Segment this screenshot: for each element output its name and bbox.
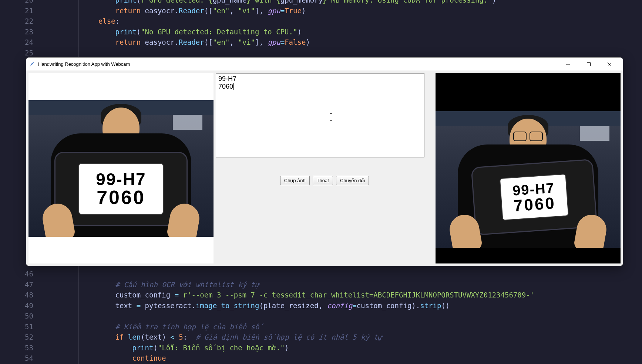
line-number: 50 xyxy=(25,311,33,322)
line-number: 46 xyxy=(25,269,33,279)
line-number: 20 xyxy=(25,0,33,6)
code-line[interactable]: # Kiểm tra tính hợp lệ của biển số xyxy=(81,322,259,332)
line-number: 52 xyxy=(25,332,33,343)
app-window: Handwriting Recognition App with Webcam xyxy=(26,57,623,266)
minimize-button[interactable] xyxy=(558,58,578,71)
code-line[interactable]: custom_config = r'--oem 3 --psm 7 -c tes… xyxy=(81,290,534,300)
button-row: Chụp ảnh Thoát Chuyển đổi xyxy=(216,161,433,185)
code-line[interactable]: return easyocr.Reader(["en", "vi"], gpu=… xyxy=(81,6,306,16)
window-title: Handwriting Recognition App with Webcam xyxy=(38,61,558,67)
live-webcam-panel: 99-H7 7060 xyxy=(436,73,621,263)
exit-button[interactable]: Thoát xyxy=(313,176,333,185)
feather-icon xyxy=(29,61,35,67)
line-number: 49 xyxy=(25,300,33,311)
line-number: 47 xyxy=(25,279,33,290)
code-line[interactable]: print("No GPU detected: Defaulting to CP… xyxy=(81,27,302,37)
center-panel: 99-H7 7060 Chụp ảnh Thoát Chuyển đổi xyxy=(216,73,433,263)
line-number: 51 xyxy=(25,322,33,332)
svg-rect-1 xyxy=(587,62,591,66)
app-body: 99-H7 7060 99-H7 7060 Chụp ảnh Thoát Chu… xyxy=(26,71,623,266)
live-frame: 99-H7 7060 xyxy=(436,111,621,248)
line-number: 48 xyxy=(25,290,33,300)
captured-frame: 99-H7 7060 xyxy=(28,100,214,237)
code-line[interactable]: return easyocr.Reader(["en", "vi"], gpu=… xyxy=(81,37,310,48)
capture-button[interactable]: Chụp ảnh xyxy=(280,176,310,185)
line-number: 54 xyxy=(25,353,33,364)
line-number: 22 xyxy=(25,16,33,27)
license-plate: 99-H7 7060 xyxy=(78,163,164,215)
line-number: 25 xyxy=(25,48,33,58)
ibeam-cursor-icon xyxy=(331,113,331,121)
close-button[interactable] xyxy=(599,58,620,71)
convert-button[interactable]: Chuyển đổi xyxy=(336,176,369,185)
line-number: 24 xyxy=(25,37,33,48)
plate-live-line-2: 7060 xyxy=(513,194,556,214)
ocr-output-textbox[interactable]: 99-H7 7060 xyxy=(216,73,424,157)
code-line[interactable]: if len(text) < 5: # Giả định biển số hợp… xyxy=(81,332,382,343)
plate-line-2: 7060 xyxy=(97,188,145,207)
maximize-button[interactable] xyxy=(578,58,599,71)
code-line[interactable]: print("Lỗi: Biển số bị che hoặc mờ.") xyxy=(81,343,289,353)
line-number: 23 xyxy=(25,27,33,37)
line-number: 21 xyxy=(25,6,33,16)
plate-line-1: 99-H7 xyxy=(96,171,146,188)
window-controls xyxy=(558,58,620,71)
phone-device: 99-H7 7060 xyxy=(54,152,188,226)
code-line[interactable]: text = pytesseract.image_to_string(plate… xyxy=(81,300,450,311)
text-cursor xyxy=(233,83,234,90)
code-line[interactable]: continue xyxy=(81,353,166,364)
titlebar[interactable]: Handwriting Recognition App with Webcam xyxy=(26,58,623,71)
code-line[interactable]: # Cấu hình OCR với whitelist ký tự xyxy=(81,279,259,290)
code-line[interactable]: else: xyxy=(81,16,120,27)
line-number: 53 xyxy=(25,343,33,353)
code-line[interactable]: print(f"GPU detected: {gpu_name} with {g… xyxy=(81,0,496,6)
license-plate-live: 99-H7 7060 xyxy=(500,173,569,220)
captured-image-panel: 99-H7 7060 xyxy=(28,73,214,263)
